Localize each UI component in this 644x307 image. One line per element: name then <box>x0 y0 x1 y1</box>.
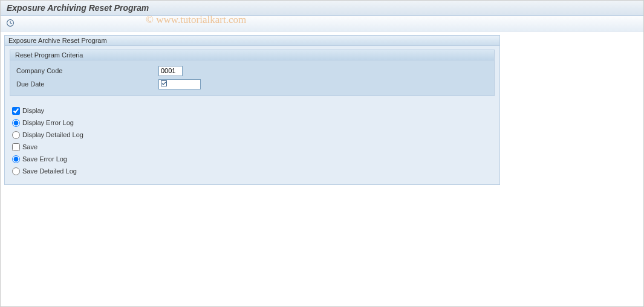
main-panel: Exposure Archive Reset Program Reset Pro… <box>4 35 500 185</box>
options-block: Display Display Error Log Display Detail… <box>10 105 495 177</box>
display-row: Display <box>12 105 495 117</box>
display-error-log-radio[interactable] <box>12 119 20 127</box>
company-code-row: Company Code <box>16 64 488 77</box>
due-date-label: Due Date <box>16 80 158 88</box>
window-title-bar: Exposure Archiving Reset Program <box>1 1 643 16</box>
window-title: Exposure Archiving Reset Program <box>7 3 149 13</box>
criteria-body: Company Code Due Date <box>10 60 494 95</box>
company-code-input[interactable] <box>158 66 183 76</box>
svg-line-2 <box>10 23 12 24</box>
save-detailed-log-radio[interactable] <box>12 167 20 175</box>
display-checkbox[interactable] <box>12 107 20 115</box>
display-label: Display <box>22 107 44 114</box>
panel-header: Exposure Archive Reset Program <box>5 36 499 46</box>
display-detailed-log-row: Display Detailed Log <box>12 129 495 141</box>
save-checkbox[interactable] <box>12 143 20 151</box>
company-code-label: Company Code <box>16 67 158 74</box>
save-detailed-log-label: Save Detailed Log <box>22 167 77 175</box>
toolbar <box>1 16 643 31</box>
save-error-log-label: Save Error Log <box>22 155 67 163</box>
display-detailed-log-radio[interactable] <box>12 131 20 139</box>
content-area: Exposure Archive Reset Program Reset Pro… <box>1 31 643 189</box>
due-date-row: Due Date <box>16 77 488 91</box>
panel-body: Reset Program Criteria Company Code Due … <box>5 46 499 184</box>
execute-button[interactable] <box>4 18 16 28</box>
save-row: Save <box>12 141 495 153</box>
due-date-input[interactable] <box>158 79 201 89</box>
save-error-log-row: Save Error Log <box>12 153 495 165</box>
display-error-log-label: Display Error Log <box>22 119 74 126</box>
clock-icon <box>6 19 15 27</box>
display-detailed-log-label: Display Detailed Log <box>22 131 83 138</box>
save-label: Save <box>22 143 37 150</box>
criteria-header: Reset Program Criteria <box>10 50 494 60</box>
criteria-groupbox: Reset Program Criteria Company Code Due … <box>10 50 495 96</box>
save-detailed-log-row: Save Detailed Log <box>12 165 495 177</box>
display-error-log-row: Display Error Log <box>12 117 495 129</box>
due-date-wrap <box>158 79 201 89</box>
save-error-log-radio[interactable] <box>12 155 20 163</box>
